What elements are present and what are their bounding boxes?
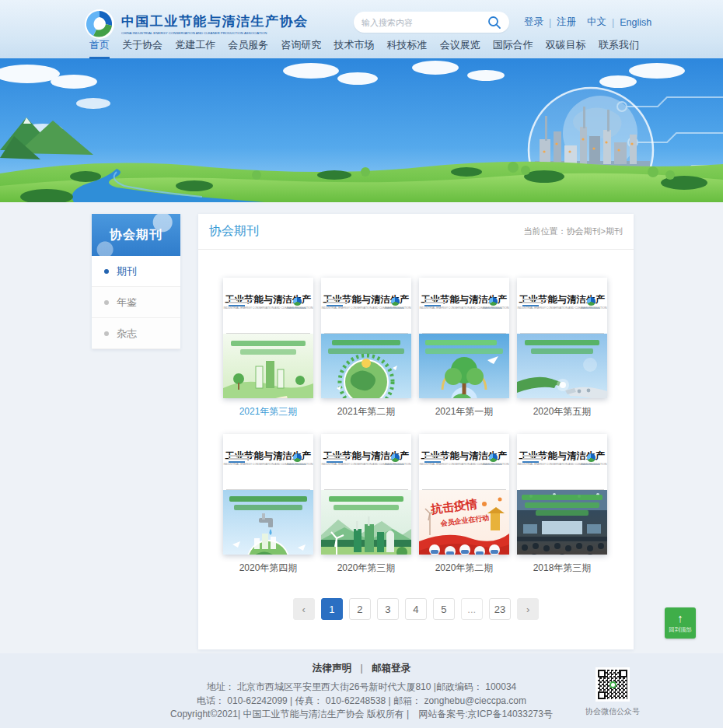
- breadcrumb: 当前位置：协会期刊>期刊: [524, 226, 623, 237]
- journal-cover[interactable]: 工业节能与清洁生产 INDUSTRIAL ENERGY CONSERVATION…: [223, 278, 313, 398]
- nav-item-dual-carbon[interactable]: 双碳目标: [546, 35, 586, 58]
- panel-header: 协会期刊 当前位置：协会期刊>期刊: [198, 214, 634, 250]
- nav-item-consulting[interactable]: 咨询研究: [281, 35, 321, 58]
- journal-label[interactable]: 2018年第三期: [517, 562, 607, 575]
- separator: |: [612, 17, 614, 28]
- journal-label[interactable]: 2020年第三期: [321, 562, 411, 575]
- page-title: 协会期刊: [209, 223, 259, 240]
- search-bar[interactable]: [354, 12, 509, 33]
- journal-cover[interactable]: 工业节能与清洁生产 INDUSTRIAL ENERGY CONSERVATION…: [321, 278, 411, 398]
- cover-header: 工业节能与清洁生产 INDUSTRIAL ENERGY CONSERVATION…: [419, 450, 509, 490]
- nav-item-party[interactable]: 党建工作: [175, 35, 215, 58]
- footer: 法律声明 | 邮箱登录 地址： 北京市西城区平安里西大街26号新时代大厦810 …: [0, 653, 723, 728]
- cover-header: 工业节能与清洁生产 INDUSTRIAL ENERGY CONSERVATION…: [321, 293, 411, 334]
- journal-label[interactable]: 2021年第一期: [419, 405, 509, 418]
- nav-item-home[interactable]: 首页: [89, 35, 110, 58]
- hero-banner: [0, 58, 723, 202]
- nav-item-tech-market[interactable]: 技术市场: [334, 35, 374, 58]
- pagination-page-2[interactable]: 2: [349, 598, 371, 620]
- page: 中国工业节能与清洁生产协会 CHINA INDUSTRIAL ENERGY CO…: [0, 0, 723, 728]
- main-nav: 首页 关于协会 党建工作 会员服务 咨询研究 技术市场 科技标准 会议展览 国际…: [89, 35, 639, 58]
- cover-header: 工业节能与清洁生产 INDUSTRIAL ENERGY CONSERVATION…: [517, 293, 607, 334]
- journal-card[interactable]: 工业节能与清洁生产 INDUSTRIAL ENERGY CONSERVATION…: [321, 434, 411, 575]
- pagination-next-button[interactable]: ›: [517, 598, 539, 620]
- legal-notice-link[interactable]: 法律声明: [313, 663, 351, 674]
- back-to-top-button[interactable]: ↑ 回到顶部: [665, 607, 696, 639]
- arrow-up-icon: ↑: [677, 613, 683, 624]
- lang-english-link[interactable]: English: [620, 17, 651, 28]
- org-name-cn: 中国工业节能与清洁生产协会: [121, 12, 356, 30]
- separator: |: [360, 663, 362, 674]
- cover-art-eco-factory: [321, 490, 411, 555]
- cover-art-green-earth: [321, 334, 411, 398]
- cover-header: 工业节能与清洁生产 INDUSTRIAL ENERGY CONSERVATION…: [419, 293, 509, 334]
- cover-header: 工业节能与清洁生产 INDUSTRIAL ENERGY CONSERVATION…: [223, 293, 313, 334]
- register-link[interactable]: 注册: [557, 16, 576, 29]
- sidebar-title: 协会期刊: [92, 214, 180, 256]
- pagination-page-4[interactable]: 4: [405, 598, 427, 620]
- journal-cover[interactable]: 工业节能与清洁生产 INDUSTRIAL ENERGY CONSERVATION…: [517, 278, 607, 398]
- separator: |: [549, 17, 551, 28]
- sidebar-item-yearbook[interactable]: 年鉴: [92, 287, 180, 318]
- cover-art-conference-photo: [517, 490, 607, 555]
- journal-label[interactable]: 2020年第四期: [223, 562, 313, 575]
- pagination-page-5[interactable]: 5: [433, 598, 455, 620]
- logo-text: 中国工业节能与清洁生产协会 CHINA INDUSTRIAL ENERGY CO…: [121, 12, 356, 37]
- journal-cover[interactable]: 工业节能与清洁生产 INDUSTRIAL ENERGY CONSERVATION…: [223, 434, 313, 555]
- cover-art-tree-globe: [419, 334, 509, 398]
- journal-card[interactable]: 工业节能与清洁生产 INDUSTRIAL ENERGY CONSERVATION…: [223, 278, 313, 418]
- journal-cover[interactable]: 工业节能与清洁生产 INDUSTRIAL ENERGY CONSERVATION…: [419, 434, 509, 555]
- bullet-icon: [104, 331, 109, 336]
- nav-item-contact[interactable]: 联系我们: [599, 35, 639, 58]
- pagination: ‹ 1 2 3 4 5 ... 23 ›: [198, 598, 634, 620]
- journal-label[interactable]: 2021年第二期: [321, 405, 411, 418]
- nav-item-standards[interactable]: 科技标准: [387, 35, 428, 58]
- cover-art-pandemic-fight: 抗击疫情 会员企业在行动: [419, 490, 509, 555]
- cover-art-hands: [517, 334, 607, 398]
- journal-cover[interactable]: 工业节能与清洁生产 INDUSTRIAL ENERGY CONSERVATION…: [517, 434, 607, 555]
- journal-label[interactable]: 2020年第五期: [517, 405, 607, 418]
- qr-code-label: 协会微信公众号: [577, 706, 648, 717]
- search-icon[interactable]: [487, 16, 501, 30]
- sidebar: 协会期刊 期刊 年鉴 杂志: [92, 214, 180, 349]
- pagination-page-1[interactable]: 1: [321, 598, 343, 620]
- cover-art-green-city: [223, 334, 313, 398]
- sidebar-item-magazine[interactable]: 杂志: [92, 318, 180, 349]
- wechat-qr-code: [596, 667, 630, 702]
- bullet-icon: [104, 269, 109, 274]
- cover-art-faucet-earth: [223, 490, 313, 555]
- search-input[interactable]: [362, 18, 487, 27]
- journal-grid: 工业节能与清洁生产 INDUSTRIAL ENERGY CONSERVATION…: [198, 250, 634, 575]
- content-panel: 协会期刊 当前位置：协会期刊>期刊 工业节能与清洁生产 INDUSTRIAL E…: [198, 214, 634, 649]
- org-name-en: CHINA INDUSTRIAL ENERGY CONSERVATION AND…: [121, 31, 267, 34]
- journal-card[interactable]: 工业节能与清洁生产 INDUSTRIAL ENERGY CONSERVATION…: [419, 434, 509, 575]
- cover-header: 工业节能与清洁生产 INDUSTRIAL ENERGY CONSERVATION…: [223, 450, 313, 490]
- nav-item-conference[interactable]: 会议展览: [440, 35, 480, 58]
- auth-links: 登录 | 注册: [524, 16, 576, 29]
- mail-login-link[interactable]: 邮箱登录: [372, 663, 410, 674]
- sidebar-item-journal[interactable]: 期刊: [92, 256, 180, 287]
- pagination-page-3[interactable]: 3: [377, 598, 399, 620]
- pagination-prev-button[interactable]: ‹: [293, 598, 315, 620]
- pagination-page-23[interactable]: 23: [489, 598, 511, 620]
- nav-item-about[interactable]: 关于协会: [122, 35, 162, 58]
- pagination-ellipsis: ...: [461, 598, 483, 620]
- journal-card[interactable]: 工业节能与清洁生产 INDUSTRIAL ENERGY CONSERVATION…: [321, 278, 411, 418]
- cover-header: 工业节能与清洁生产 INDUSTRIAL ENERGY CONSERVATION…: [517, 450, 607, 490]
- journal-cover[interactable]: 工业节能与清洁生产 INDUSTRIAL ENERGY CONSERVATION…: [419, 278, 509, 398]
- journal-label[interactable]: 2020年第二期: [419, 562, 509, 575]
- nav-item-member[interactable]: 会员服务: [228, 35, 268, 58]
- header: 中国工业节能与清洁生产协会 CHINA INDUSTRIAL ENERGY CO…: [0, 0, 723, 58]
- journal-card[interactable]: 工业节能与清洁生产 INDUSTRIAL ENERGY CONSERVATION…: [419, 278, 509, 418]
- journal-label[interactable]: 2021年第三期: [223, 405, 313, 418]
- bullet-icon: [104, 300, 109, 305]
- journal-cover[interactable]: 工业节能与清洁生产 INDUSTRIAL ENERGY CONSERVATION…: [321, 434, 411, 555]
- lang-chinese-link[interactable]: 中文: [587, 16, 606, 29]
- journal-card[interactable]: 工业节能与清洁生产 INDUSTRIAL ENERGY CONSERVATION…: [517, 434, 607, 575]
- login-link[interactable]: 登录: [524, 16, 543, 29]
- nav-item-international[interactable]: 国际合作: [493, 35, 533, 58]
- cover-header: 工业节能与清洁生产 INDUSTRIAL ENERGY CONSERVATION…: [321, 450, 411, 490]
- language-links: 中文 | English: [587, 16, 651, 29]
- journal-card[interactable]: 工业节能与清洁生产 INDUSTRIAL ENERGY CONSERVATION…: [517, 278, 607, 418]
- journal-card[interactable]: 工业节能与清洁生产 INDUSTRIAL ENERGY CONSERVATION…: [223, 434, 313, 575]
